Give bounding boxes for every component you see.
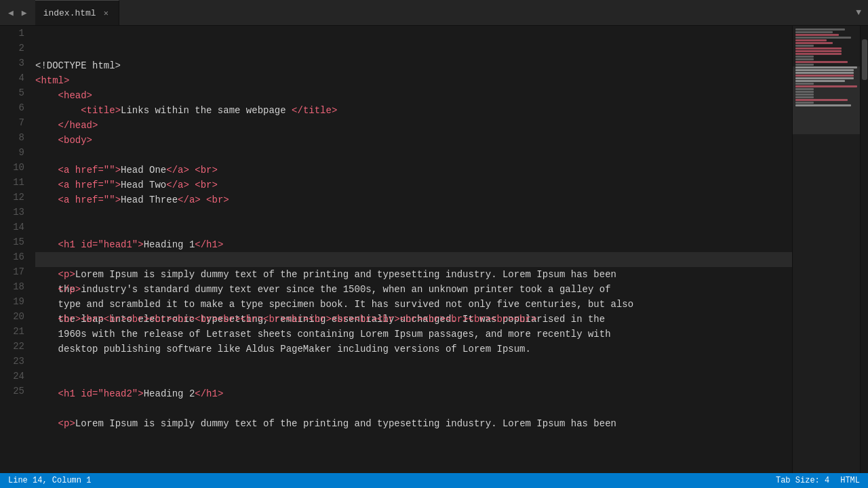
minimap-line-2 (795, 34, 839, 36)
language-indicator[interactable]: HTML (840, 476, 860, 485)
line-number-15: 15 (5, 235, 24, 249)
minimap-line-8 (795, 50, 842, 52)
line-number-4: 4 (5, 70, 24, 85)
line-number-1: 1 (5, 26, 24, 41)
code-line-13: <h1 id="head1">Heading 1</h1> (35, 237, 792, 252)
minimap-line-14 (795, 66, 857, 68)
minimap-line-6 (795, 45, 814, 47)
code-area[interactable]: <!DOCTYPE html><html> <head> <title>Link… (33, 26, 792, 473)
line-number-6: 6 (5, 100, 24, 115)
line-number-5: 5 (5, 85, 24, 100)
line-number-12: 12 (5, 190, 24, 205)
nav-prev-button[interactable]: ◀ (5, 6, 16, 20)
editor-container: 1234567891011121314151617181920212223242… (0, 26, 868, 473)
code-line-3: <head> (35, 88, 792, 103)
code-line-25: <p>Lorem Ipsum is simply dummy text of t… (35, 416, 792, 431)
code-line-15: <p>Lorem Ipsum is simply dummy text of t… (35, 267, 792, 282)
tab-bar: ◀ ▶ index.html ✕ ▼ (0, 0, 868, 26)
minimap-line-10 (795, 56, 814, 58)
line-number-13: 13 (5, 205, 24, 220)
line-number-24: 24 (5, 369, 24, 384)
minimap-line-23 (795, 91, 814, 93)
line-number-14: 14 (5, 220, 24, 235)
status-bar: Line 14, Column 1 Tab Size: 4 HTML (0, 473, 868, 488)
minimap-line-17 (795, 75, 854, 77)
code-line-1: <!DOCTYPE html> (35, 58, 792, 73)
code-line-8: <a href="">Head One</a> <br> (35, 163, 792, 178)
minimap-line-9 (795, 53, 842, 55)
line-number-19: 19 (5, 294, 24, 309)
code-line-2: <html> (35, 73, 792, 88)
line-number-18: 18 (5, 279, 24, 294)
tab-index-html[interactable]: index.html ✕ (35, 0, 119, 25)
line-column-indicator: Line 14, Column 1 (8, 476, 91, 485)
minimap-line-25 (795, 96, 814, 98)
minimap-line-5 (795, 42, 833, 44)
code-line-11 (35, 207, 792, 222)
minimap-line-28 (795, 104, 851, 106)
line-number-25: 25 (5, 384, 24, 399)
line-number-11: 11 (5, 175, 24, 190)
line-number-2: 2 (5, 41, 24, 56)
minimap-line-18 (795, 77, 854, 79)
code-line-9: <a href="">Head Two</a> <br> (35, 178, 792, 192)
minimap-line-19 (795, 80, 845, 82)
line-number-8: 8 (5, 130, 24, 145)
minimap-line-20 (795, 83, 814, 85)
minimap-line-1 (795, 31, 833, 33)
minimap-line-7 (795, 47, 842, 49)
minimap-line-11 (795, 58, 814, 60)
line-number-16: 16 (5, 249, 24, 264)
line-number-20: 20 (5, 309, 24, 324)
minimap-line-22 (795, 88, 814, 90)
minimap-line-27 (795, 102, 814, 104)
code-line-22 (35, 371, 792, 386)
minimap-line-15 (795, 69, 854, 71)
nav-arrows: ◀ ▶ (0, 0, 35, 25)
scrollbar-thumb[interactable] (862, 39, 867, 80)
code-line-7 (35, 148, 792, 163)
tab-label: index.html (43, 8, 96, 18)
line-number-21: 21 (5, 324, 24, 339)
minimap-line-13 (795, 64, 814, 66)
code-line-21 (35, 357, 792, 371)
line-number-22: 22 (5, 339, 24, 354)
status-right: Tab Size: 4 HTML (776, 476, 860, 485)
line-number-23: 23 (5, 354, 24, 369)
line-number-9: 9 (5, 145, 24, 160)
tab-menu-arrow[interactable]: ▼ (849, 0, 868, 25)
line-number-17: 17 (5, 264, 24, 279)
line-number-7: 7 (5, 115, 24, 130)
nav-next-button[interactable]: ▶ (19, 6, 30, 20)
line-number-10: 10 (5, 160, 24, 175)
code-line-6: <body> (35, 133, 792, 148)
code-line-10: <a href="">Head Three</a> <br> (35, 192, 792, 207)
code-line-23: <h1 id="head2">Heading 2</h1> (35, 386, 792, 401)
code-line-24 (35, 401, 792, 416)
minimap-line-24 (795, 94, 814, 96)
minimap-line-16 (795, 72, 854, 74)
line-numbers: 1234567891011121314151617181920212223242… (0, 26, 33, 473)
minimap-line-26 (795, 99, 848, 101)
code-line-14 (35, 252, 792, 267)
minimap-line-3 (795, 37, 851, 39)
code-content: <!DOCTYPE html><html> <head> <title>Link… (33, 26, 792, 431)
scrollbar[interactable] (860, 26, 868, 473)
tab-size-indicator[interactable]: Tab Size: 4 (776, 476, 829, 485)
minimap-line-21 (795, 85, 857, 87)
status-left: Line 14, Column 1 (8, 476, 91, 485)
code-line-18: <br><br><br><br><br><br><br><br><br><br>… (35, 312, 792, 327)
minimap-line-12 (795, 61, 848, 63)
minimap-line-0 (795, 28, 845, 30)
code-line-12 (35, 222, 792, 237)
code-line-5: </head> (35, 118, 792, 133)
line-number-3: 3 (5, 56, 24, 70)
minimap (792, 26, 860, 473)
minimap-line-4 (795, 39, 827, 41)
code-line-4: <title>Links within the same webpage </t… (35, 103, 792, 118)
tab-close-button[interactable]: ✕ (102, 7, 111, 19)
